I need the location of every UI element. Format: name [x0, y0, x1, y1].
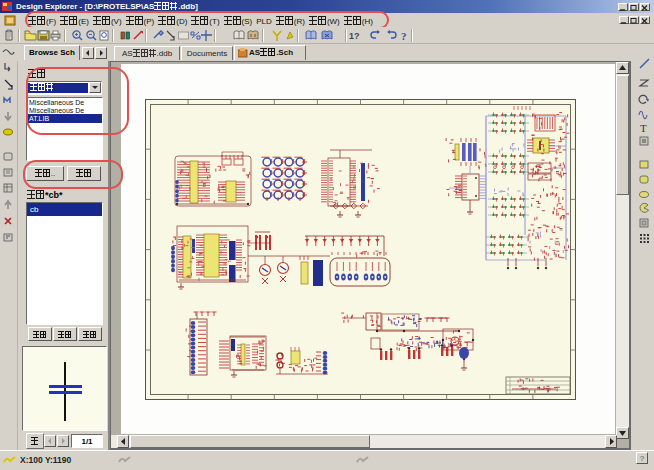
svg-text:?: ?: [401, 30, 407, 42]
svg-text:T: T: [640, 122, 647, 134]
svg-text:1?: 1?: [349, 31, 360, 41]
